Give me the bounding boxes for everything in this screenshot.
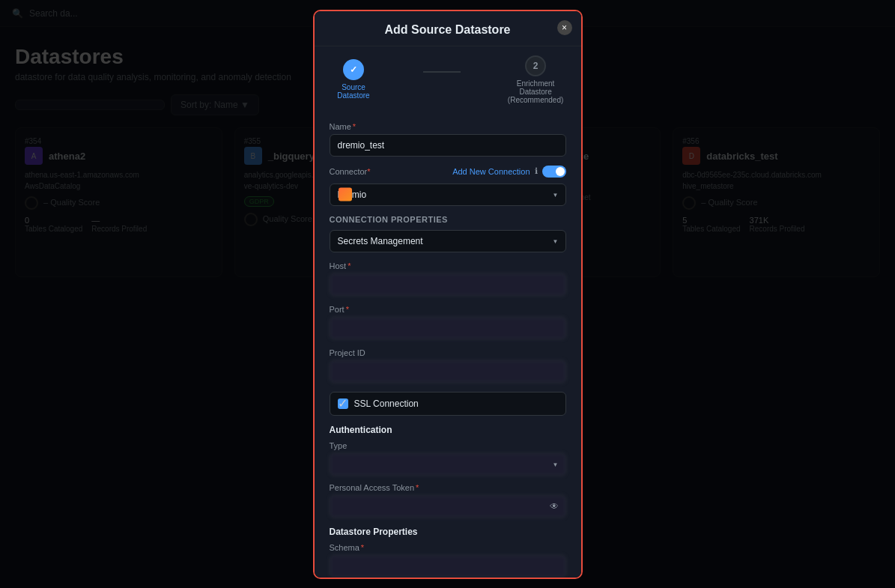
connector-select[interactable]: Dremio — [330, 184, 566, 206]
port-group: Port* — [330, 305, 566, 339]
modal-header: Add Source Datastore × — [315, 11, 581, 46]
step-connector — [423, 71, 461, 73]
ssl-checkbox[interactable]: ✓ — [338, 398, 348, 409]
connection-properties-title: Connection Properties — [330, 215, 566, 224]
pat-label: Personal Access Token* — [330, 483, 566, 492]
connection-properties-group: Connection Properties Secrets Management — [330, 215, 566, 252]
step-1: ✓ Source Datastore — [330, 59, 378, 100]
ssl-checkbox-row[interactable]: ✓ SSL Connection — [330, 392, 566, 416]
modal-body: Name* Connector* Add New Connection ℹ Dr… — [315, 113, 581, 579]
modal-close-button[interactable]: × — [557, 20, 572, 35]
port-label: Port* — [330, 305, 566, 314]
name-group: Name* — [330, 122, 566, 157]
name-input[interactable] — [330, 134, 566, 157]
pat-input[interactable] — [330, 495, 566, 518]
pat-input-wrapper: 👁 — [330, 495, 566, 518]
host-group: Host* — [330, 261, 566, 296]
ssl-group: ✓ SSL Connection — [330, 392, 566, 416]
step-2: 2 Enrichment Datastore (Recommended) — [506, 55, 566, 104]
schema-input[interactable] — [330, 555, 566, 578]
type-select[interactable] — [330, 453, 566, 476]
add-connection-row: Add New Connection ℹ — [452, 166, 565, 178]
authentication-group: Authentication Type Personal Access Toke… — [330, 425, 566, 518]
add-datastore-modal: Add Source Datastore × ✓ Source Datastor… — [313, 10, 583, 579]
connector-label: Connector* — [330, 167, 371, 176]
authentication-title: Authentication — [330, 425, 566, 435]
type-label: Type — [330, 441, 566, 450]
host-label: Host* — [330, 261, 566, 270]
step-2-circle: 2 — [525, 55, 546, 76]
project-id-label: Project ID — [330, 348, 566, 357]
connector-row: Connector* Add New Connection ℹ — [330, 166, 566, 178]
connector-select-group: Dremio — [330, 184, 566, 206]
project-id-group: Project ID — [330, 348, 566, 383]
secrets-management-select[interactable]: Secrets Management — [330, 230, 566, 252]
name-label: Name* — [330, 122, 566, 131]
info-icon: ℹ — [535, 166, 538, 176]
step-1-circle: ✓ — [343, 59, 364, 80]
secrets-management-wrapper: Secrets Management — [330, 230, 566, 252]
port-input[interactable] — [330, 317, 566, 339]
step-1-label: Source Datastore — [330, 83, 378, 100]
project-id-input[interactable] — [330, 360, 566, 383]
eye-icon[interactable]: 👁 — [550, 501, 559, 512]
add-connection-label: Add New Connection — [452, 167, 530, 176]
type-select-wrapper — [330, 453, 566, 476]
host-input[interactable] — [330, 273, 566, 296]
modal-title: Add Source Datastore — [330, 23, 566, 37]
step-2-label: Enrichment Datastore (Recommended) — [506, 79, 566, 104]
modal-stepper: ✓ Source Datastore 2 Enrichment Datastor… — [315, 46, 581, 113]
datastore-properties-title: Datastore Properties — [330, 527, 566, 537]
add-connection-toggle[interactable] — [542, 166, 566, 178]
ssl-label: SSL Connection — [354, 398, 419, 409]
schema-label: Schema* — [330, 543, 566, 552]
modal-overlay: Add Source Datastore × ✓ Source Datastor… — [0, 0, 895, 588]
datastore-properties-group: Datastore Properties Schema* Teams* Publ… — [330, 527, 566, 579]
